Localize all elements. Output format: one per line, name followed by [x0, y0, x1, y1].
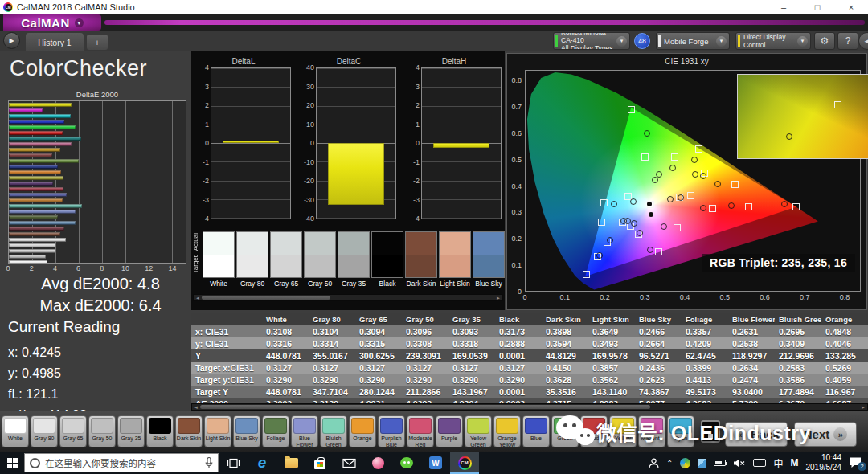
taskbar-clock[interactable]: 10:44 2019/5/24 [806, 453, 842, 472]
calman-menu-button[interactable]: CalMAN ▾ [3, 14, 101, 31]
source-select[interactable]: Mobile Forge ▾ [656, 32, 730, 50]
tab-history-1[interactable]: History 1 [26, 33, 84, 51]
pattern-button-gray-65[interactable]: Gray 65 [59, 415, 87, 447]
volume-button[interactable] [733, 459, 746, 468]
pattern-button-yellow[interactable]: Yellow [609, 415, 637, 447]
pattern-button-bluish-green[interactable]: Bluish Green [320, 415, 347, 447]
maximize-button[interactable]: □ [800, 0, 834, 14]
scroll-left-icon[interactable]: ◄ [194, 404, 199, 411]
target-marker [671, 153, 678, 161]
swatch-gray-80[interactable]: Gray 80 [236, 231, 268, 288]
pattern-button-orange-yellow[interactable]: Orange Yellow [493, 415, 521, 447]
pattern-button-white[interactable]: White [2, 415, 29, 447]
pattern-button-moderate-red[interactable]: Moderate Red [407, 415, 434, 447]
add-tab-button[interactable]: + [87, 35, 108, 50]
next-button[interactable]: Next » [794, 422, 857, 447]
play-button[interactable]: ▶ [3, 32, 20, 49]
file-explorer-button[interactable] [276, 452, 305, 474]
axis-tick-label: 8 [100, 264, 104, 272]
pattern-label: White [2, 435, 28, 442]
swatch-light-skin[interactable]: Light Skin [439, 231, 471, 288]
pattern-button-magenta[interactable]: Magenta [638, 415, 665, 447]
pattern-button-purple[interactable]: Purple [436, 415, 463, 447]
battery-icon[interactable] [714, 460, 726, 466]
search-input[interactable]: 在这里输入你要搜索的内容 [24, 453, 219, 472]
target-color [440, 255, 470, 277]
swatch-black[interactable]: Black [371, 231, 403, 288]
pattern-button-green[interactable]: Green [551, 415, 579, 447]
meter-select[interactable]: Konica Minolta CA-410 All Display Types … [553, 32, 630, 50]
table-cell: 0.3586 [775, 375, 821, 385]
swatch-label: Gray 35 [338, 278, 370, 288]
start-button[interactable] [0, 452, 24, 474]
edge-taskbar-button[interactable]: e [248, 452, 276, 474]
scroll-right-icon[interactable]: ► [496, 295, 501, 301]
pattern-button-orange[interactable]: Orange [349, 415, 376, 447]
swatch-gray-50[interactable]: Gray 50 [304, 231, 336, 288]
mail-button[interactable] [334, 452, 363, 474]
swatch-blue-sky[interactable]: Blue Sky [473, 231, 505, 288]
cube-icon[interactable] [698, 459, 706, 468]
swatch-gray-35[interactable]: Gray 35 [338, 231, 370, 288]
minimize-button[interactable]: – [767, 0, 800, 14]
close-button[interactable]: × [834, 0, 868, 14]
target-color [271, 255, 301, 277]
pattern-button-blue[interactable]: Blue [522, 415, 550, 447]
scroll-right-icon[interactable]: ► [861, 404, 866, 411]
help-button[interactable]: ? [837, 32, 858, 50]
meter-count-badge[interactable]: 48 [634, 33, 650, 49]
pattern-button-yellow-green[interactable]: Yellow Green [465, 415, 492, 447]
ime-indicator[interactable]: 中 [773, 456, 783, 470]
tray-expand-button[interactable]: ⌃ [666, 459, 673, 468]
table-scrollbar[interactable]: ◄ ► [191, 403, 868, 411]
pattern-button-purplish-blue[interactable]: Purplish Blue [378, 415, 405, 447]
swatch-gray-65[interactable]: Gray 65 [270, 231, 302, 288]
people-button[interactable] [649, 458, 659, 468]
keyboard-icon[interactable] [753, 459, 766, 467]
task-view-button[interactable] [219, 452, 248, 474]
pattern-button-blue-flower[interactable]: Blue Flower [291, 415, 318, 447]
calman-taskbar-button[interactable]: CM [450, 452, 479, 474]
pattern-button-red[interactable]: Red [580, 415, 608, 447]
pattern-label: Magenta [639, 435, 665, 442]
wechat-taskbar-button[interactable] [392, 452, 421, 474]
row-label: x: CIE31 [191, 327, 262, 337]
axis-tick-label: 0.7 [511, 103, 522, 111]
axis-tick-label: 40 [306, 63, 314, 72]
collapse-button[interactable]: ◀ [858, 32, 868, 50]
delta-e-bar [9, 120, 64, 124]
settings-button[interactable]: ⚙ [814, 32, 835, 50]
pattern-button-dark-skin[interactable]: Dark Skin [175, 415, 203, 447]
cie-y-axis: 00.10.20.30.40.50.60.70.8 [507, 70, 523, 292]
wps-button[interactable]: W [421, 452, 450, 474]
colored-sphere-icon[interactable] [680, 458, 690, 468]
pattern-button-foliage[interactable]: Foliage [262, 415, 289, 447]
pattern-button-blue-sky[interactable]: Blue Sky [233, 415, 260, 447]
pattern-color [62, 418, 84, 434]
axis-tick-label: 0.2 [600, 293, 610, 301]
delta-e-bar [9, 137, 81, 141]
pattern-button-gray-35[interactable]: Gray 35 [117, 415, 145, 447]
photos-button[interactable] [363, 452, 392, 474]
help-icon: ? [845, 35, 851, 47]
actual-color [440, 232, 470, 255]
pattern-button-gray-50[interactable]: Gray 50 [88, 415, 116, 447]
swatch-dark-skin[interactable]: Dark Skin [405, 231, 437, 288]
control-status-indicator [738, 35, 740, 47]
column-header: Foliage [682, 315, 728, 324]
pattern-window-button[interactable] [701, 420, 720, 443]
m-tray-icon[interactable]: M [791, 457, 799, 468]
pattern-button-cyan[interactable]: Cyan [667, 415, 694, 447]
pattern-button-light-skin[interactable]: Light Skin [204, 415, 231, 447]
scroll-left-icon[interactable]: ◄ [195, 295, 200, 301]
store-button[interactable] [305, 452, 334, 474]
notification-center-button[interactable]: 2 [849, 456, 863, 469]
back-button[interactable]: « Back [725, 422, 788, 447]
display-control-select[interactable]: Direct Display Control ▾ [735, 32, 811, 50]
swatch-strip-scrollbar[interactable]: ◄ ► [193, 294, 503, 301]
swatch-white[interactable]: White [203, 231, 235, 288]
scrollbar-thumb[interactable] [202, 296, 330, 300]
scrollbar-thumb[interactable] [200, 405, 650, 409]
pattern-button-gray-80[interactable]: Gray 80 [31, 415, 58, 447]
pattern-button-black[interactable]: Black [146, 415, 174, 447]
